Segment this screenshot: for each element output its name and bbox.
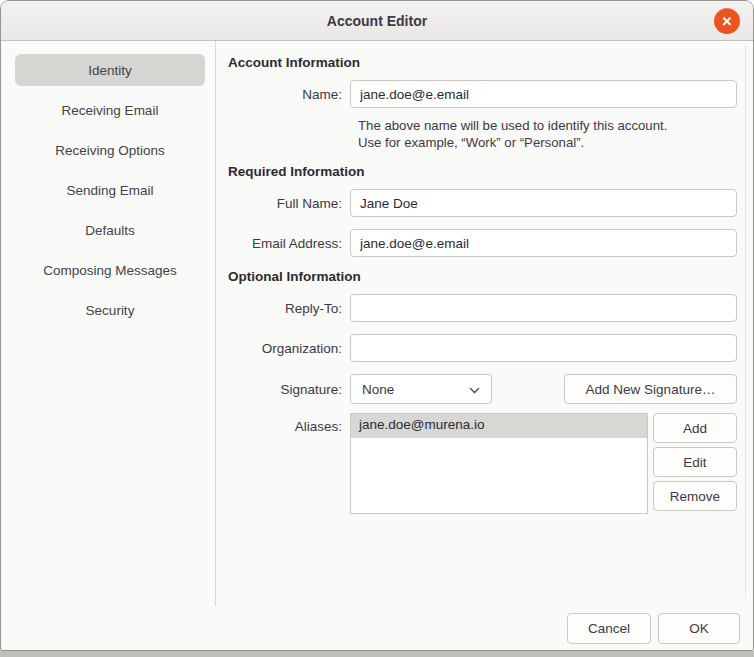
sidebar-item-label: Sending Email — [66, 183, 153, 198]
sidebar-item-security[interactable]: Security — [15, 294, 205, 326]
sidebar-item-defaults[interactable]: Defaults — [15, 214, 205, 246]
email-address-input[interactable] — [350, 229, 737, 257]
organization-row: Organization: — [228, 334, 737, 362]
organization-input[interactable] — [350, 334, 737, 362]
cancel-button[interactable]: Cancel — [567, 613, 651, 644]
sidebar-item-label: Receiving Options — [55, 143, 165, 158]
name-input[interactable] — [350, 80, 737, 108]
section-title-required-information: Required Information — [228, 164, 737, 179]
section-title-account-information: Account Information — [228, 55, 737, 70]
name-row: Name: — [228, 80, 737, 108]
signature-row: Signature: None Add New Signature… — [228, 374, 737, 404]
sidebar-item-composing-messages[interactable]: Composing Messages — [15, 254, 205, 286]
aliases-row: Aliases: jane.doe@murena.io Add Edit Rem… — [228, 413, 737, 515]
sidebar-item-receiving-options[interactable]: Receiving Options — [15, 134, 205, 166]
section-title-optional-information: Optional Information — [228, 269, 737, 284]
chevron-down-icon — [469, 382, 480, 397]
sidebar-item-receiving-email[interactable]: Receiving Email — [15, 94, 205, 126]
full-name-input[interactable] — [350, 189, 737, 217]
sidebar-item-label: Security — [86, 303, 135, 318]
signature-selected-value: None — [362, 382, 394, 397]
aliases-list[interactable]: jane.doe@murena.io — [350, 413, 648, 514]
window-title: Account Editor — [327, 13, 427, 29]
account-editor-window: Account Editor ✕ Identity Receiving Emai… — [0, 0, 754, 651]
sidebar-item-label: Composing Messages — [43, 263, 177, 278]
alias-add-button[interactable]: Add — [653, 413, 737, 443]
alias-value: jane.doe@murena.io — [359, 417, 485, 432]
signature-select[interactable]: None — [350, 374, 492, 404]
sidebar: Identity Receiving Email Receiving Optio… — [1, 41, 216, 606]
signature-label: Signature: — [228, 382, 350, 397]
main-area: Identity Receiving Email Receiving Optio… — [1, 41, 753, 606]
name-helper-line2: Use for example, “Work” or “Personal”. — [358, 134, 737, 151]
alias-list-item[interactable]: jane.doe@murena.io — [351, 414, 647, 438]
reply-to-label: Reply-To: — [228, 301, 350, 316]
full-name-label: Full Name: — [228, 196, 350, 211]
sidebar-item-label: Identity — [88, 63, 132, 78]
email-address-row: Email Address: — [228, 229, 737, 257]
ok-button[interactable]: OK — [658, 613, 740, 644]
close-icon: ✕ — [722, 15, 733, 28]
window-bottom-edge — [0, 651, 754, 657]
organization-label: Organization: — [228, 341, 350, 356]
sidebar-item-identity[interactable]: Identity — [15, 54, 205, 86]
aliases-label: Aliases: — [228, 413, 350, 434]
name-helper-text: The above name will be used to identify … — [358, 117, 737, 151]
add-new-signature-button[interactable]: Add New Signature… — [564, 374, 737, 404]
reply-to-row: Reply-To: — [228, 294, 737, 322]
email-address-label: Email Address: — [228, 236, 350, 251]
close-button[interactable]: ✕ — [714, 8, 740, 34]
scrollbar-track[interactable] — [745, 45, 746, 598]
name-label: Name: — [228, 87, 350, 102]
titlebar[interactable]: Account Editor ✕ — [1, 1, 753, 41]
sidebar-item-label: Defaults — [85, 223, 135, 238]
reply-to-input[interactable] — [350, 294, 737, 322]
identity-panel: Account Information Name: The above name… — [216, 41, 753, 606]
alias-remove-button[interactable]: Remove — [653, 481, 737, 511]
alias-edit-button[interactable]: Edit — [653, 447, 737, 477]
name-helper-line1: The above name will be used to identify … — [358, 117, 737, 134]
alias-buttons: Add Edit Remove — [653, 413, 737, 515]
sidebar-item-sending-email[interactable]: Sending Email — [15, 174, 205, 206]
dialog-footer: Cancel OK — [1, 606, 753, 650]
full-name-row: Full Name: — [228, 189, 737, 217]
sidebar-item-label: Receiving Email — [62, 103, 159, 118]
